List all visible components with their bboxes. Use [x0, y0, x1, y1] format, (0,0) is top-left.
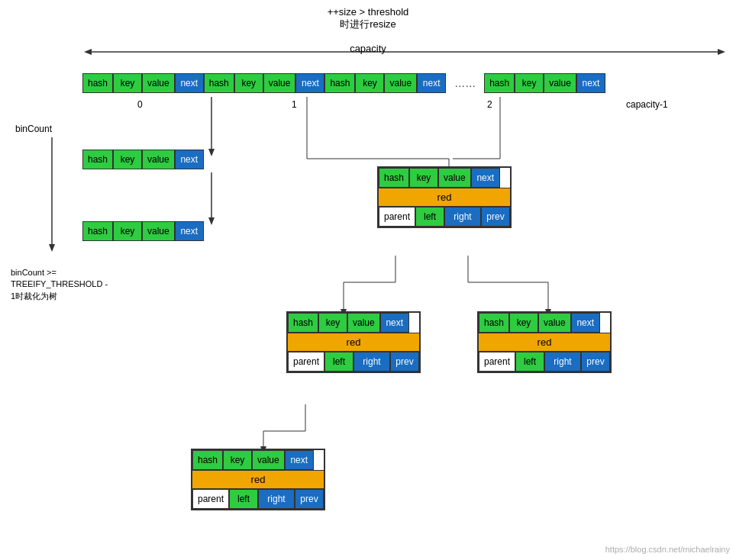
cell-0-key: key: [113, 73, 142, 93]
cell-cap-next: next: [576, 73, 605, 93]
header-line2: 时进行resize: [0, 18, 736, 31]
bincount-note: binCount >= TREEIFY_THRESHOLD - 1时裁化为树: [11, 267, 108, 302]
cell-2-hash: hash: [324, 73, 355, 93]
cell-1-hash: hash: [204, 73, 234, 93]
svg-marker-8: [208, 217, 215, 225]
header-text: ++size > threshold 时进行resize: [0, 6, 736, 31]
cell-dots: ……: [446, 73, 484, 93]
index-0: 0: [137, 99, 143, 110]
cell-1-value: value: [263, 73, 296, 93]
cell-2-key: key: [355, 73, 384, 93]
diagram-container: ++size > threshold 时进行resize capacity ha…: [0, 0, 736, 560]
bincount-label: binCount: [15, 124, 52, 134]
index-cap: capacity-1: [626, 99, 668, 110]
tree-right-child: hash key value next red parent left righ…: [477, 311, 612, 373]
cell-cap-hash: hash: [484, 73, 515, 93]
cell-1-next: next: [295, 73, 324, 93]
linked-node-1: hash key value next: [82, 150, 204, 169]
header-line1: ++size > threshold: [0, 6, 736, 18]
linked-node-2: hash key value next: [82, 221, 204, 241]
cell-2-next: next: [417, 73, 446, 93]
tree-ll-grandchild: hash key value next red parent left righ…: [191, 449, 325, 510]
tree-left-red: red: [288, 333, 419, 352]
svg-marker-6: [208, 149, 215, 156]
cell-cap-key: key: [515, 73, 544, 93]
watermark: https://blog.csdn.net/michaelrainy: [605, 545, 730, 554]
capacity-label: capacity: [0, 43, 736, 54]
tree-right-red: red: [479, 333, 610, 352]
cell-0-next: next: [175, 73, 204, 93]
tree-ll-red: red: [192, 470, 324, 489]
tree-root: hash key value next red parent left righ…: [377, 166, 512, 228]
tree-left-child: hash key value next red parent left righ…: [286, 311, 421, 373]
cell-2-value: value: [384, 73, 417, 93]
svg-marker-4: [49, 244, 55, 252]
cell-1-key: key: [234, 73, 263, 93]
main-array: hash key value next hash key value next …: [82, 73, 605, 93]
index-2: 2: [487, 99, 492, 110]
tree-root-red: red: [379, 188, 510, 207]
cell-0-value: value: [142, 73, 175, 93]
index-1: 1: [292, 99, 297, 110]
cell-0-hash: hash: [82, 73, 113, 93]
cell-cap-value: value: [544, 73, 576, 93]
